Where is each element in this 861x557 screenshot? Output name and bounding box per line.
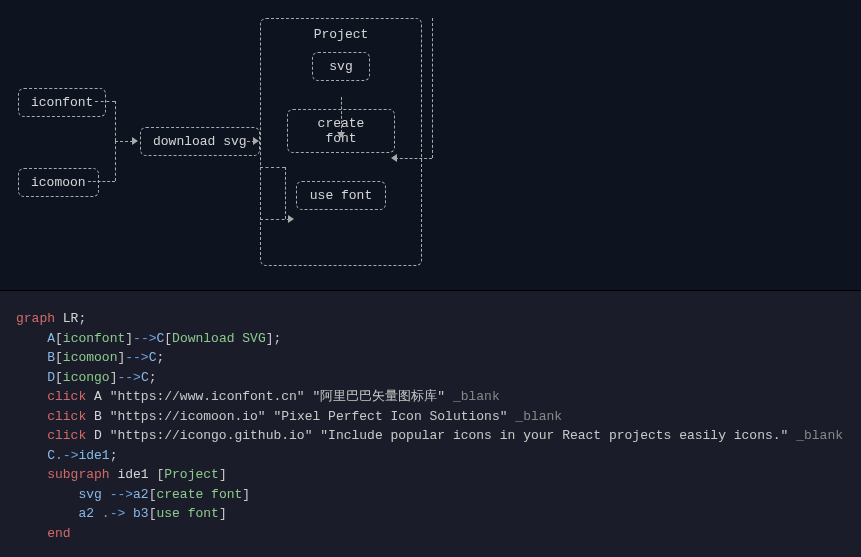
kw-graph: graph bbox=[16, 311, 55, 326]
node-ref: ide1 bbox=[110, 467, 157, 482]
label: Download SVG bbox=[172, 331, 266, 346]
edge-svg-createfont bbox=[341, 97, 342, 133]
kw-subgraph: subgraph bbox=[47, 467, 109, 482]
node-ref: A bbox=[86, 389, 109, 404]
arrow-head-left-icon bbox=[391, 154, 397, 162]
kw-end: end bbox=[47, 526, 70, 541]
node-ref: B bbox=[47, 350, 55, 365]
url: "https://icomoon.io" bbox=[110, 409, 266, 424]
diagram-panel: iconfont icomoon download svg Project sv… bbox=[0, 0, 861, 290]
edge-icomoon-download-v bbox=[115, 141, 116, 181]
node-ref: b3 bbox=[125, 506, 148, 521]
node-ref: A bbox=[47, 331, 55, 346]
target: _blank bbox=[445, 389, 500, 404]
subgraph-project: Project svg create font use font bbox=[260, 18, 422, 266]
title: "Include popular icons in your React pro… bbox=[320, 428, 788, 443]
label: icomoon bbox=[63, 350, 118, 365]
label: Project bbox=[164, 467, 219, 482]
node-icomoon[interactable]: icomoon bbox=[18, 168, 99, 197]
arrow-head-icon bbox=[288, 215, 294, 223]
node-ref: svg bbox=[78, 487, 109, 502]
node-ref: B bbox=[86, 409, 109, 424]
arrow: --> bbox=[117, 370, 140, 385]
node-ref: ide1 bbox=[78, 448, 109, 463]
arrow: --> bbox=[110, 487, 133, 502]
title: "Pixel Perfect Icon Solutions" bbox=[273, 409, 507, 424]
node-download-svg: download svg bbox=[140, 127, 260, 156]
node-use-font: use font bbox=[296, 181, 386, 210]
arrow: .-> bbox=[102, 506, 125, 521]
arrow: --> bbox=[125, 350, 148, 365]
node-ref: C bbox=[141, 370, 149, 385]
node-svg: svg bbox=[312, 52, 370, 81]
text: LR bbox=[55, 311, 78, 326]
node-ref: a2 bbox=[78, 506, 101, 521]
node-ref: D bbox=[47, 370, 55, 385]
arrow: .-> bbox=[55, 448, 78, 463]
target: _blank bbox=[508, 409, 563, 424]
node-iconfont[interactable]: iconfont bbox=[18, 88, 106, 117]
kw-click: click bbox=[47, 409, 86, 424]
code-panel: graph LR; A[iconfont]-->C[Download SVG];… bbox=[0, 290, 861, 557]
edge-iconfont-download-h bbox=[115, 141, 133, 142]
edge-right-h bbox=[395, 158, 432, 159]
edge-icomoon-download bbox=[88, 181, 115, 182]
subgraph-title: Project bbox=[269, 27, 413, 42]
kw-click: click bbox=[47, 389, 86, 404]
kw-click: click bbox=[47, 428, 86, 443]
target: _blank bbox=[788, 428, 843, 443]
arrow-head-down-icon bbox=[337, 132, 345, 138]
label: create font bbox=[156, 487, 242, 502]
edge-cf-uf-h2 bbox=[260, 219, 290, 220]
edge-iconfont-download-v bbox=[115, 101, 116, 141]
arrow: --> bbox=[133, 331, 156, 346]
arrow-head-icon bbox=[132, 137, 138, 145]
label: use font bbox=[156, 506, 218, 521]
edge-createfont-usefont bbox=[285, 167, 286, 219]
node-ref: a2 bbox=[133, 487, 149, 502]
url: "https://www.iconfont.cn" bbox=[110, 389, 305, 404]
title: "阿里巴巴矢量图标库" bbox=[313, 389, 446, 404]
edge-right-v bbox=[432, 18, 433, 158]
edge-iconfont-download bbox=[95, 101, 115, 102]
url: "https://icongo.github.io" bbox=[110, 428, 313, 443]
arrow-head-icon bbox=[253, 137, 259, 145]
node-ref: C bbox=[47, 448, 55, 463]
label: icongo bbox=[63, 370, 110, 385]
edge-cf-uf-h1 bbox=[260, 167, 285, 168]
label: iconfont bbox=[63, 331, 125, 346]
node-ref: D bbox=[86, 428, 109, 443]
